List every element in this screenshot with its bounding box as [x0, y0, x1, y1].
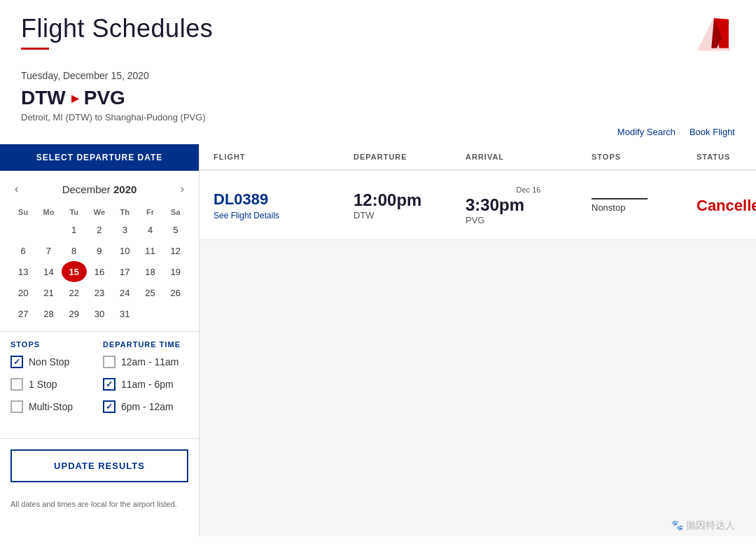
cal-day-25[interactable]: 25: [137, 282, 162, 303]
nonstop-checkbox[interactable]: [10, 356, 23, 368]
time-11am6pm-checkbox[interactable]: [103, 378, 115, 391]
sidebar: SELECT DEPARTURE DATE ‹ December 2020 ›: [0, 144, 200, 536]
destination-code: PVG: [84, 87, 125, 109]
cal-day-2[interactable]: 2: [87, 219, 112, 240]
cal-header-su: Su: [10, 205, 36, 219]
cal-day-3[interactable]: 3: [112, 219, 137, 240]
cal-header-sa: Sa: [163, 205, 188, 219]
action-links-bar: Modify Search Book Flight: [0, 127, 756, 144]
filter-section: STOPS Non Stop 1 Stop Multi-Stop: [10, 340, 188, 423]
cal-cell-empty: [10, 219, 36, 240]
cal-day-17[interactable]: 17: [112, 261, 137, 282]
arrival-time: 3:30pm: [465, 195, 592, 215]
filter-item-multistop: Multi-Stop: [10, 400, 96, 413]
delta-logo-icon: [693, 14, 735, 56]
cal-day-23[interactable]: 23: [87, 282, 112, 303]
cal-cell-empty: [137, 303, 162, 324]
stops-label: Nonstop: [592, 202, 625, 213]
calendar-prev-button[interactable]: ‹: [10, 181, 22, 197]
cal-day-12[interactable]: 12: [163, 240, 188, 261]
cal-day-5[interactable]: 5: [163, 219, 188, 240]
stops-filter-col: STOPS Non Stop 1 Stop Multi-Stop: [10, 340, 96, 423]
departure-time-filter-label: DEPARTURE TIME: [103, 340, 188, 349]
cal-day-28[interactable]: 28: [36, 303, 61, 324]
cal-day-11[interactable]: 11: [137, 240, 162, 261]
flight-info: DL0389 See Flight Details: [214, 190, 354, 221]
flight-status: Cancelled: [696, 197, 756, 215]
cal-day-22[interactable]: 22: [62, 282, 87, 303]
title-underline: [21, 48, 49, 50]
calendar-header: ‹ December 2020 ›: [10, 181, 188, 197]
route-arrow-icon: ▸: [71, 90, 78, 106]
cal-day-4[interactable]: 4: [137, 219, 162, 240]
cal-day-15[interactable]: 15: [62, 261, 87, 282]
filters-section: STOPS Non Stop 1 Stop Multi-Stop: [0, 332, 199, 438]
sidebar-footer-note: All dates and times are local for the ai…: [0, 493, 199, 515]
cal-day-9[interactable]: 9: [87, 240, 112, 261]
time-12am11am-checkbox[interactable]: [103, 356, 115, 368]
stops-line-graphic: [592, 198, 648, 200]
multistop-checkbox[interactable]: [10, 400, 23, 413]
col-arrival: ARRIVAL: [465, 153, 592, 161]
update-results-button[interactable]: UPDATE RESULTS: [10, 449, 188, 482]
cal-header-we: We: [87, 205, 112, 219]
cal-day-27[interactable]: 27: [10, 303, 36, 324]
flight-number: DL0389: [214, 190, 354, 209]
cal-day-29[interactable]: 29: [62, 303, 87, 324]
book-flight-link[interactable]: Book Flight: [690, 127, 735, 137]
modify-search-link[interactable]: Modify Search: [617, 127, 676, 137]
page-title: Flight Schedules: [21, 14, 213, 43]
filter-item-1stop: 1 Stop: [10, 378, 96, 391]
cal-day-19[interactable]: 19: [163, 261, 188, 282]
cal-cell-empty: [163, 303, 188, 324]
cal-day-6[interactable]: 6: [10, 240, 36, 261]
arrival-info: Dec 16 3:30pm PVG: [465, 186, 592, 225]
cal-day-24[interactable]: 24: [112, 282, 137, 303]
origin-code: DTW: [21, 87, 66, 109]
cal-day-1[interactable]: 1: [62, 219, 87, 240]
calendar-month: December: [62, 183, 111, 195]
time-12am11am-label: 12am - 11am: [121, 356, 178, 368]
departure-time-filter-col: DEPARTURE TIME 12am - 11am 11am - 6pm 6p…: [103, 340, 188, 423]
calendar: ‹ December 2020 › Su Mo Tu We: [0, 171, 199, 332]
cal-day-20[interactable]: 20: [10, 282, 36, 303]
filter-item-11am6pm: 11am - 6pm: [103, 378, 188, 391]
calendar-month-year: December 2020: [22, 183, 176, 195]
date-display: Tuesday, December 15, 2020: [21, 70, 735, 81]
cal-day-10[interactable]: 10: [112, 240, 137, 261]
cal-header-tu: Tu: [62, 205, 87, 219]
main-content: SELECT DEPARTURE DATE ‹ December 2020 ›: [0, 144, 756, 536]
route-display: DTW ▸ PVG: [21, 87, 735, 109]
col-departure: DEPARTURE: [354, 153, 465, 161]
cal-day-26[interactable]: 26: [163, 282, 188, 303]
sub-header: Tuesday, December 15, 2020 DTW ▸ PVG Det…: [0, 63, 756, 127]
watermark: 🐾 抛因特达人: [671, 519, 735, 532]
onestop-checkbox[interactable]: [10, 378, 23, 391]
cal-header-fr: Fr: [137, 205, 162, 219]
col-status: STATUS: [696, 153, 756, 161]
onestop-label: 1 Stop: [29, 379, 57, 390]
col-stops: STOPS: [592, 153, 696, 161]
route-description: Detroit, MI (DTW) to Shanghai-Pudong (PV…: [21, 112, 735, 122]
departure-time: 12:00pm: [354, 190, 465, 210]
cal-day-16[interactable]: 16: [87, 261, 112, 282]
see-flight-details-link[interactable]: See Flight Details: [214, 211, 279, 220]
calendar-next-button[interactable]: ›: [176, 181, 188, 197]
cal-day-31[interactable]: 31: [112, 303, 137, 324]
cal-day-30[interactable]: 30: [87, 303, 112, 324]
col-flight: FLIGHT: [214, 153, 354, 161]
cal-day-18[interactable]: 18: [137, 261, 162, 282]
arrival-date: Dec 16: [465, 186, 592, 194]
cal-day-7[interactable]: 7: [36, 240, 61, 261]
cal-day-8[interactable]: 8: [62, 240, 87, 261]
cal-day-21[interactable]: 21: [36, 282, 61, 303]
update-btn-area: UPDATE RESULTS: [0, 438, 199, 493]
cal-day-14[interactable]: 14: [36, 261, 61, 282]
cal-day-13[interactable]: 13: [10, 261, 36, 282]
filter-item-nonstop: Non Stop: [10, 356, 96, 368]
time-6pm12am-checkbox[interactable]: [103, 400, 115, 413]
stops-info: Nonstop: [592, 198, 696, 213]
status-cancelled-text: Cancelled: [696, 197, 756, 214]
time-6pm12am-label: 6pm - 12am: [121, 401, 174, 412]
filter-item-6pm12am: 6pm - 12am: [103, 400, 188, 413]
